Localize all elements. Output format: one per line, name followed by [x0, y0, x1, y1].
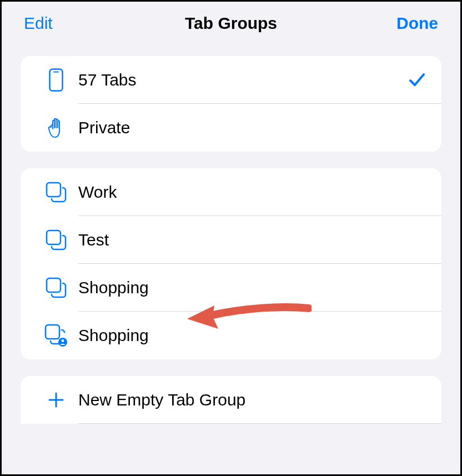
- stack-icon: [34, 277, 78, 298]
- plus-icon: [34, 392, 78, 408]
- svg-point-6: [58, 338, 67, 347]
- checkmark-icon: [406, 71, 428, 89]
- actions-section: New Empty Tab Group: [21, 376, 441, 424]
- group-row-test[interactable]: Test: [21, 216, 441, 264]
- group-row-work[interactable]: Work: [21, 168, 441, 216]
- new-empty-group-row[interactable]: New Empty Tab Group: [21, 376, 441, 424]
- svg-rect-2: [47, 183, 61, 197]
- hand-icon: [34, 117, 78, 139]
- group-row-label: Shopping: [78, 278, 428, 297]
- group-row-label: Work: [78, 183, 428, 202]
- group-row-shopping-shared[interactable]: Shopping: [21, 312, 441, 359]
- group-row-label: Shopping: [78, 326, 428, 345]
- svg-rect-3: [47, 231, 61, 244]
- stack-icon: [34, 229, 78, 250]
- default-groups-section: 57 Tabs Private: [21, 56, 441, 152]
- phone-icon: [34, 68, 78, 92]
- page-title: Tab Groups: [185, 14, 277, 33]
- private-row-label: Private: [78, 118, 428, 137]
- new-empty-group-label: New Empty Tab Group: [78, 390, 428, 409]
- group-row-shopping[interactable]: Shopping: [21, 264, 441, 312]
- custom-groups-section: Work Test Shopping: [21, 168, 441, 359]
- tabs-row-label: 57 Tabs: [78, 71, 406, 89]
- svg-point-7: [62, 339, 64, 342]
- done-button[interactable]: Done: [396, 14, 438, 33]
- svg-rect-5: [46, 325, 59, 339]
- group-row-label: Test: [78, 231, 428, 249]
- private-row[interactable]: Private: [21, 104, 441, 152]
- header-bar: Edit Tab Groups Done: [2, 2, 460, 45]
- stack-person-icon: [34, 324, 78, 347]
- tabs-row[interactable]: 57 Tabs: [21, 56, 441, 104]
- stack-icon: [34, 182, 78, 203]
- edit-button[interactable]: Edit: [24, 14, 53, 33]
- svg-rect-4: [47, 278, 61, 292]
